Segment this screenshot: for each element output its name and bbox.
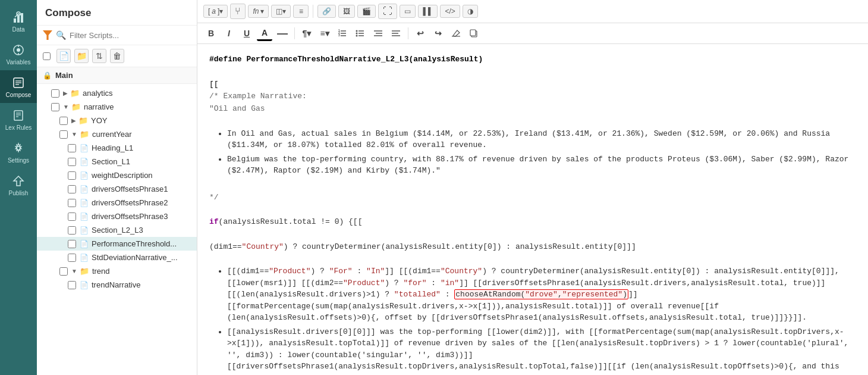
tree-item-trend-narrative[interactable]: 📄 trendNarrative (37, 278, 197, 292)
heading-l1-label: Heading_L1 (92, 143, 197, 152)
select-all-checkbox[interactable] (43, 52, 51, 60)
tree-item-weight-description[interactable]: 📄 weightDescription (37, 168, 197, 182)
script-tree: ▶ 📁 analytics ▼ 📁 narrative ▶ 📁 YOY ▼ 📁 … (37, 84, 197, 375)
link-btn[interactable]: 🔗 (317, 5, 336, 18)
sidebar-item-data[interactable]: Data (0, 5, 37, 38)
color-button[interactable]: A (257, 26, 272, 41)
code-bullets: [[(dim1=="Product") ? "For" : "In"]] [[(… (227, 265, 856, 375)
tree-item-analytics[interactable]: ▶ 📁 analytics (37, 86, 197, 100)
new-script-button[interactable]: 📄 (56, 49, 71, 63)
heading-l1-checkbox[interactable] (68, 144, 76, 152)
embed-btn[interactable]: ◫▾ (271, 5, 291, 18)
drivers-offsets-2-checkbox[interactable] (68, 199, 76, 207)
trend-checkbox[interactable] (59, 267, 68, 276)
code-btn[interactable]: </> (440, 5, 460, 18)
indent-button[interactable] (370, 26, 386, 41)
section-l1-label: Section_L1 (92, 157, 197, 166)
dash-button[interactable]: — (275, 26, 290, 41)
redo-button[interactable]: ↪ (430, 26, 446, 41)
current-year-checkbox[interactable] (59, 130, 68, 139)
tree-item-narrative[interactable]: ▼ 📁 narrative (37, 100, 197, 114)
comment-start: /* Example Narrative: (209, 90, 856, 103)
undo-button[interactable]: ↩ (413, 26, 428, 41)
analytics-checkbox[interactable] (51, 89, 59, 98)
fullscreen-btn[interactable]: ⛶ (378, 4, 397, 19)
svg-rect-1 (17, 15, 20, 23)
caption-btn[interactable]: ▭ (400, 5, 416, 18)
script-toolbar: 📄 📁 ⇅ 🗑 (37, 45, 197, 67)
section-l2-l3-checkbox[interactable] (68, 226, 76, 235)
tree-item-yoy[interactable]: ▶ 📁 YOY (37, 114, 197, 127)
tree-item-drivers-offsets-2[interactable]: 📄 driversOffsetsPhrase2 (37, 196, 197, 210)
yoy-label: YOY (91, 116, 197, 125)
copy-button[interactable] (466, 26, 482, 41)
tree-item-drivers-offsets-3[interactable]: 📄 driversOffsetsPhrase3 (37, 210, 197, 223)
fn-btn[interactable]: fn▾ (248, 5, 269, 18)
std-deviation-checkbox[interactable] (68, 254, 76, 262)
main-section-header: 🔒 Main (37, 67, 197, 84)
section-l2-l3-label: Section_L2_L3 (92, 226, 197, 235)
narrative-checkbox[interactable] (51, 103, 59, 111)
video-btn[interactable]: 🎬 (357, 5, 376, 18)
script-btn[interactable]: [a]▾ (203, 5, 228, 18)
std-deviation-label: StdDeviationNarrative_... (92, 253, 197, 262)
bar-chart-btn[interactable]: ▌▌ (418, 5, 438, 18)
sidebar-item-compose[interactable]: Compose (0, 70, 37, 103)
drivers-offsets-2-file-icon: 📄 (80, 199, 89, 207)
narrative-expand-arrow: ▼ (63, 104, 69, 110)
underline-button[interactable]: U (239, 26, 254, 41)
tree-item-trend[interactable]: ▼ 📁 trend (37, 264, 197, 278)
drivers-offsets-1-checkbox[interactable] (68, 185, 76, 193)
trend-narrative-checkbox[interactable] (68, 281, 76, 289)
text-btn[interactable]: ≡ (293, 5, 309, 18)
ul-button[interactable] (353, 26, 368, 41)
performance-threshold-file-icon: 📄 (80, 240, 89, 248)
search-input[interactable] (70, 31, 191, 40)
sidebar-item-lex-rules[interactable]: Lex Rules (0, 103, 37, 136)
align-button[interactable]: ≡▾ (317, 26, 332, 41)
italic-button[interactable]: I (221, 26, 237, 41)
new-folder-button[interactable]: 📁 (74, 49, 89, 63)
tree-item-section-l2-l3[interactable]: 📄 Section_L2_L3 (37, 223, 197, 237)
trend-label: trend (92, 267, 197, 276)
define-line: #define PerformanceThresholdNarrative_L2… (209, 54, 856, 66)
outdent-button[interactable] (388, 26, 404, 41)
paragraph-button[interactable]: ¶▾ (299, 26, 315, 41)
bold-button[interactable]: B (203, 26, 219, 41)
circle-btn[interactable]: ◑ (463, 5, 478, 18)
yoy-checkbox[interactable] (59, 117, 68, 125)
heading-l1-file-icon: 📄 (80, 144, 89, 152)
weight-description-checkbox[interactable] (68, 171, 76, 180)
sidebar-item-variables[interactable]: Variables (0, 38, 37, 70)
delete-button[interactable]: 🗑 (110, 49, 124, 63)
variables-icon (12, 43, 25, 57)
tree-item-heading-l1[interactable]: 📄 Heading_L1 (37, 141, 197, 155)
performance-threshold-checkbox[interactable] (68, 240, 76, 248)
narrative-folder-icon: 📁 (71, 102, 81, 111)
branch-btn[interactable]: ⑂ (230, 4, 246, 19)
tree-item-drivers-offsets-1[interactable]: 📄 driversOffsetsPhrase1 (37, 182, 197, 196)
image-btn[interactable]: 🖼 (338, 5, 355, 18)
ol-button[interactable]: 123 (335, 26, 350, 41)
code-editor[interactable]: #define PerformanceThresholdNarrative_L2… (197, 44, 868, 375)
section-l1-checkbox[interactable] (68, 158, 76, 166)
drivers-offsets-3-checkbox[interactable] (68, 212, 76, 221)
icon-sidebar: Data Variables Compose (0, 0, 37, 375)
tree-item-current-year[interactable]: ▼ 📁 currentYear (37, 127, 197, 141)
toolbar-sep-1 (313, 5, 313, 18)
search-icon: 🔍 (56, 30, 66, 40)
tree-item-std-deviation[interactable]: 📄 StdDeviationNarrative_... (37, 251, 197, 264)
sidebar-item-publish[interactable]: Publish (0, 168, 37, 201)
compose-title: Compose (37, 0, 197, 26)
tree-item-performance-threshold[interactable]: 📄 PerformanceThreshold... (37, 237, 197, 251)
sort-button[interactable]: ⇅ (92, 49, 106, 63)
eraser-button[interactable] (448, 26, 464, 41)
sidebar-item-settings[interactable]: Settings (0, 136, 37, 168)
analytics-folder-icon: 📁 (70, 89, 80, 98)
svg-point-27 (356, 33, 358, 35)
svg-rect-37 (470, 30, 476, 36)
section-l2-l3-file-icon: 📄 (80, 226, 89, 235)
tree-item-section-l1[interactable]: 📄 Section_L1 (37, 155, 197, 168)
variables-label: Variables (7, 59, 31, 65)
drivers-offsets-3-file-icon: 📄 (80, 212, 89, 221)
